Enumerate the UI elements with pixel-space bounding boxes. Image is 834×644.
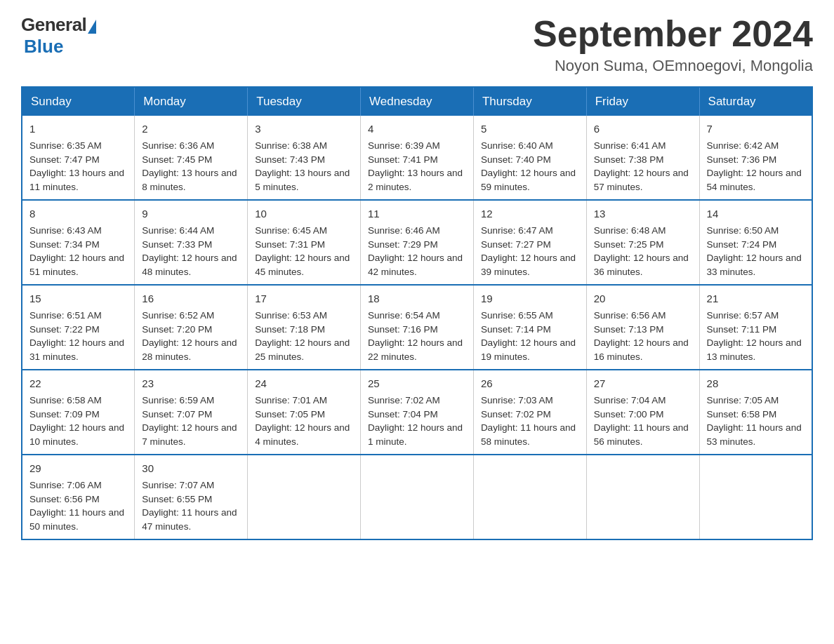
week-row-1: 1Sunrise: 6:35 AMSunset: 7:47 PMDaylight… (22, 116, 812, 200)
day-number: 18 (368, 291, 466, 307)
calendar-cell: 1Sunrise: 6:35 AMSunset: 7:47 PMDaylight… (22, 116, 135, 200)
day-number: 7 (707, 121, 805, 137)
day-number: 30 (142, 461, 240, 476)
day-number: 2 (142, 121, 240, 137)
day-number: 20 (594, 291, 692, 307)
calendar-cell: 10Sunrise: 6:45 AMSunset: 7:31 PMDayligh… (248, 200, 361, 285)
day-number: 26 (481, 376, 579, 391)
calendar-cell (473, 455, 586, 539)
day-number: 28 (707, 376, 805, 391)
calendar-cell: 3Sunrise: 6:38 AMSunset: 7:43 PMDaylight… (248, 116, 361, 200)
header-friday: Friday (586, 87, 699, 116)
day-number: 1 (29, 121, 127, 137)
location-title: Noyon Suma, OEmnoegovi, Mongolia (533, 57, 813, 75)
day-number: 27 (594, 376, 692, 391)
day-number: 5 (481, 121, 579, 137)
calendar-table: SundayMondayTuesdayWednesdayThursdayFrid… (21, 86, 813, 540)
calendar-cell: 9Sunrise: 6:44 AMSunset: 7:33 PMDaylight… (135, 200, 248, 285)
calendar-cell: 6Sunrise: 6:41 AMSunset: 7:38 PMDaylight… (586, 116, 699, 200)
week-row-5: 29Sunrise: 7:06 AMSunset: 6:56 PMDayligh… (22, 455, 812, 539)
calendar-cell: 11Sunrise: 6:46 AMSunset: 7:29 PMDayligh… (361, 200, 474, 285)
day-number: 21 (707, 291, 805, 307)
calendar-cell (586, 455, 699, 539)
day-number: 12 (481, 206, 579, 222)
week-row-3: 15Sunrise: 6:51 AMSunset: 7:22 PMDayligh… (22, 285, 812, 370)
day-number: 15 (29, 291, 127, 307)
month-title: September 2024 (533, 14, 813, 54)
calendar-cell: 7Sunrise: 6:42 AMSunset: 7:36 PMDaylight… (699, 116, 812, 200)
day-number: 22 (29, 376, 127, 391)
calendar-cell: 5Sunrise: 6:40 AMSunset: 7:40 PMDaylight… (473, 116, 586, 200)
calendar-cell: 12Sunrise: 6:47 AMSunset: 7:27 PMDayligh… (473, 200, 586, 285)
calendar-cell: 23Sunrise: 6:59 AMSunset: 7:07 PMDayligh… (135, 370, 248, 455)
logo: General Blue (21, 14, 96, 58)
day-number: 4 (368, 121, 466, 137)
day-number: 11 (368, 206, 466, 222)
header-sunday: Sunday (22, 87, 135, 116)
calendar-cell: 21Sunrise: 6:57 AMSunset: 7:11 PMDayligh… (699, 285, 812, 370)
day-number: 8 (29, 206, 127, 222)
day-number: 3 (255, 121, 353, 137)
day-number: 24 (255, 376, 353, 391)
calendar-cell (248, 455, 361, 539)
logo-blue-text: Blue (24, 36, 63, 58)
day-number: 19 (481, 291, 579, 307)
title-area: September 2024 Noyon Suma, OEmnoegovi, M… (533, 14, 813, 75)
calendar-cell: 13Sunrise: 6:48 AMSunset: 7:25 PMDayligh… (586, 200, 699, 285)
header-saturday: Saturday (699, 87, 812, 116)
calendar-cell: 8Sunrise: 6:43 AMSunset: 7:34 PMDaylight… (22, 200, 135, 285)
day-number: 25 (368, 376, 466, 391)
day-number: 6 (594, 121, 692, 137)
week-row-4: 22Sunrise: 6:58 AMSunset: 7:09 PMDayligh… (22, 370, 812, 455)
calendar-cell: 22Sunrise: 6:58 AMSunset: 7:09 PMDayligh… (22, 370, 135, 455)
calendar-cell: 15Sunrise: 6:51 AMSunset: 7:22 PMDayligh… (22, 285, 135, 370)
calendar-cell: 16Sunrise: 6:52 AMSunset: 7:20 PMDayligh… (135, 285, 248, 370)
calendar-cell: 19Sunrise: 6:55 AMSunset: 7:14 PMDayligh… (473, 285, 586, 370)
header: General Blue September 2024 Noyon Suma, … (21, 14, 813, 75)
day-number: 23 (142, 376, 240, 391)
header-thursday: Thursday (473, 87, 586, 116)
day-number: 16 (142, 291, 240, 307)
calendar-cell: 17Sunrise: 6:53 AMSunset: 7:18 PMDayligh… (248, 285, 361, 370)
header-tuesday: Tuesday (248, 87, 361, 116)
day-number: 29 (29, 461, 127, 476)
calendar-cell: 14Sunrise: 6:50 AMSunset: 7:24 PMDayligh… (699, 200, 812, 285)
logo-general-text: General (21, 14, 86, 36)
day-number: 10 (255, 206, 353, 222)
day-number: 9 (142, 206, 240, 222)
calendar-cell: 30Sunrise: 7:07 AMSunset: 6:55 PMDayligh… (135, 455, 248, 539)
calendar-cell: 26Sunrise: 7:03 AMSunset: 7:02 PMDayligh… (473, 370, 586, 455)
day-number: 17 (255, 291, 353, 307)
week-row-2: 8Sunrise: 6:43 AMSunset: 7:34 PMDaylight… (22, 200, 812, 285)
calendar-cell: 4Sunrise: 6:39 AMSunset: 7:41 PMDaylight… (361, 116, 474, 200)
day-number: 13 (594, 206, 692, 222)
calendar-cell: 29Sunrise: 7:06 AMSunset: 6:56 PMDayligh… (22, 455, 135, 539)
header-monday: Monday (135, 87, 248, 116)
calendar-cell: 18Sunrise: 6:54 AMSunset: 7:16 PMDayligh… (361, 285, 474, 370)
header-wednesday: Wednesday (361, 87, 474, 116)
header-row: SundayMondayTuesdayWednesdayThursdayFrid… (22, 87, 812, 116)
calendar-cell: 28Sunrise: 7:05 AMSunset: 6:58 PMDayligh… (699, 370, 812, 455)
calendar-cell: 27Sunrise: 7:04 AMSunset: 7:00 PMDayligh… (586, 370, 699, 455)
calendar-cell: 25Sunrise: 7:02 AMSunset: 7:04 PMDayligh… (361, 370, 474, 455)
calendar-cell: 2Sunrise: 6:36 AMSunset: 7:45 PMDaylight… (135, 116, 248, 200)
calendar-cell (699, 455, 812, 539)
calendar-cell: 24Sunrise: 7:01 AMSunset: 7:05 PMDayligh… (248, 370, 361, 455)
logo-triangle-icon (88, 20, 96, 34)
calendar-cell: 20Sunrise: 6:56 AMSunset: 7:13 PMDayligh… (586, 285, 699, 370)
calendar-cell (361, 455, 474, 539)
day-number: 14 (707, 206, 805, 222)
